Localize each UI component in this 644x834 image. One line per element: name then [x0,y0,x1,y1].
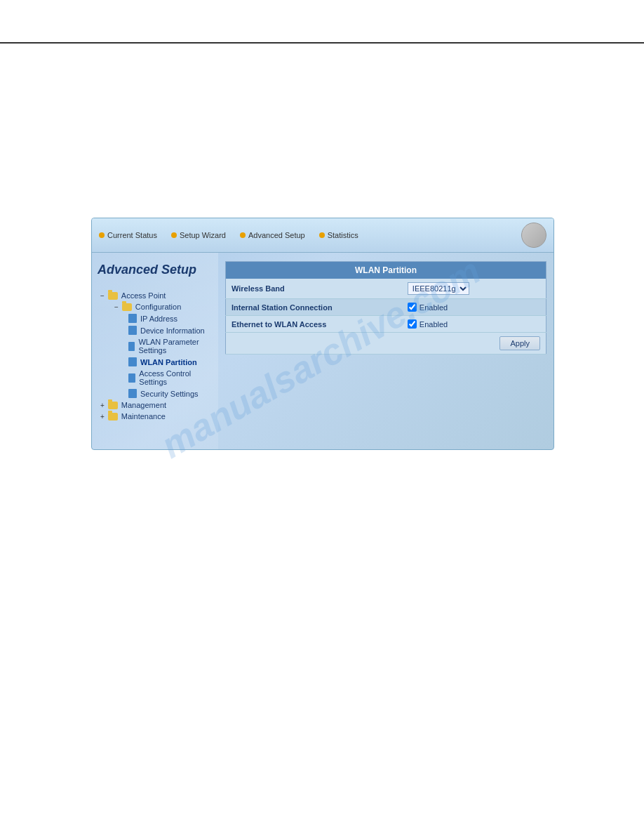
sidebar-label-wlan-partition: WLAN Partition [140,358,197,366]
sidebar-section-access-point: − Access Point − Configuration [98,290,213,422]
internal-station-enabled-text: Enabled [420,303,448,312]
sidebar-label-access-control: Access Control Settings [139,369,210,386]
table-row-apply: Apply [226,333,546,355]
sidebar-label-device-info: Device Information [140,326,205,335]
expand-icon-management: + [100,402,105,409]
sidebar-label-ip-address: IP Address [140,315,177,323]
expand-icon-maintenance: + [100,413,105,421]
nav-advanced-setup[interactable]: Advanced Setup [240,231,305,239]
sidebar-item-security[interactable]: Security Settings [126,388,213,399]
sidebar-item-configuration[interactable]: − Configuration [112,301,213,312]
internal-station-label: Internal Station Connection [226,299,402,316]
wlan-partition-table: WLAN Partition Wireless Band IEEE80211g … [225,261,546,355]
expand-icon-access-point: − [100,292,105,300]
nav-label-setup-wizard: Setup Wizard [180,231,226,239]
nav-label-statistics: Statistics [328,231,358,239]
folder-icon-configuration [122,303,132,311]
ethernet-wlan-label: Ethernet to WLAN Access [226,316,402,333]
nav-dot-setup-wizard [171,232,177,238]
sidebar-item-wlan-param[interactable]: WLAN Parameter Settings [126,336,213,356]
sidebar-label-management: Management [121,401,166,409]
top-divider [0,42,644,44]
sidebar-label-configuration: Configuration [135,303,181,311]
sidebar: Advanced Setup − Access Point − Configur… [92,253,218,449]
ethernet-wlan-value: Enabled [402,316,546,333]
sidebar-sub-configuration: − Configuration IP Address Device Inform… [112,301,213,399]
nav-dot-advanced-setup [240,232,246,238]
nav-label-current-status: Current Status [107,231,157,239]
page-title: Advanced Setup [98,260,213,280]
internal-station-checkbox[interactable] [408,303,417,312]
table-row-ethernet-wlan: Ethernet to WLAN Access Enabled [226,316,546,333]
nav-setup-wizard[interactable]: Setup Wizard [171,231,226,239]
nav-label-advanced-setup: Advanced Setup [248,231,305,239]
router-ui-container: Current Status Setup Wizard Advanced Set… [91,218,554,450]
ethernet-wlan-enabled-text: Enabled [420,320,448,329]
sidebar-item-device-info[interactable]: Device Information [126,324,213,336]
internal-station-value: Enabled [402,299,546,316]
apply-cell: Apply [226,333,546,355]
sidebar-item-access-point[interactable]: − Access Point [98,290,213,301]
avatar [521,223,546,248]
sidebar-label-security: Security Settings [140,390,199,398]
nav-dot-statistics [319,232,325,238]
sidebar-item-maintenance[interactable]: + Maintenance [98,411,213,422]
sidebar-label-access-point: Access Point [121,291,166,300]
sidebar-item-access-control[interactable]: Access Control Settings [126,368,213,388]
doc-icon-wlan-partition [128,357,137,366]
nav-dot-current-status [99,232,105,238]
table-header: WLAN Partition [226,262,546,279]
doc-icon-security [128,389,137,398]
doc-icon-device-info [128,326,137,335]
sidebar-label-wlan-param: WLAN Parameter Settings [138,338,210,355]
wireless-band-label: Wireless Band [226,279,402,299]
doc-icon-access-control [128,373,135,383]
wireless-band-value: IEEE80211g IEEE80211b IEEE80211a IEEE802… [402,279,546,299]
sidebar-sub-items: IP Address Device Information WLAN Param… [126,312,213,399]
ethernet-wlan-checkbox[interactable] [408,319,417,329]
sidebar-label-maintenance: Maintenance [121,412,166,421]
folder-icon-management [108,402,118,409]
internal-station-checkbox-container: Enabled [408,303,540,312]
nav-statistics[interactable]: Statistics [319,231,358,239]
nav-current-status[interactable]: Current Status [99,231,157,239]
sidebar-item-wlan-partition[interactable]: WLAN Partition [126,356,213,368]
folder-icon-access-point [108,292,118,300]
apply-button[interactable]: Apply [499,336,540,350]
table-row-wireless-band: Wireless Band IEEE80211g IEEE80211b IEEE… [226,279,546,299]
wireless-band-select[interactable]: IEEE80211g IEEE80211b IEEE80211a IEEE802… [408,282,469,295]
content-area: Advanced Setup − Access Point − Configur… [92,253,554,449]
sidebar-item-management[interactable]: + Management [98,399,213,411]
table-row-internal-station: Internal Station Connection Enabled [226,299,546,316]
doc-icon-ip-address [128,314,137,323]
expand-icon-configuration: − [114,303,119,311]
sidebar-item-ip-address[interactable]: IP Address [126,312,213,324]
folder-icon-maintenance [108,413,118,421]
nav-bar: Current Status Setup Wizard Advanced Set… [92,218,554,253]
doc-icon-wlan-param [128,342,135,351]
main-panel: WLAN Partition Wireless Band IEEE80211g … [218,253,554,449]
ethernet-wlan-checkbox-container: Enabled [408,319,540,329]
